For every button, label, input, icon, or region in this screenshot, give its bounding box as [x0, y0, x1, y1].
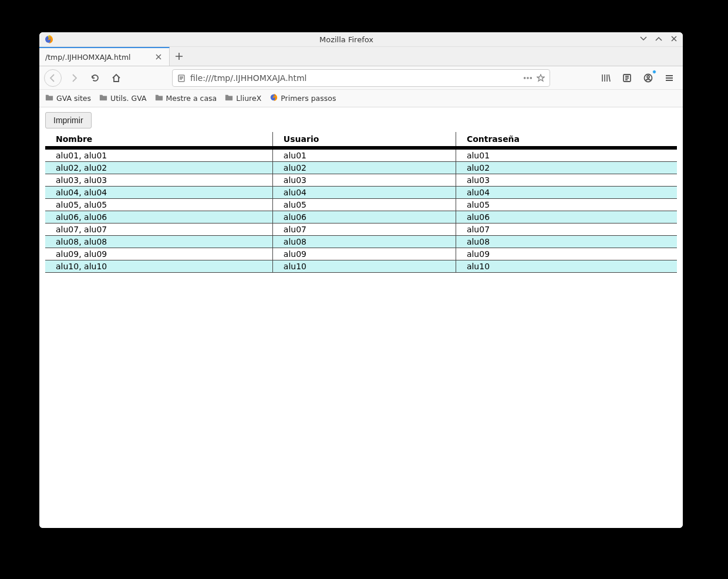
table-cell-usuario: alu03 [272, 174, 456, 187]
table-header-row: Nombre Usuario Contraseña [45, 132, 677, 148]
table-cell-usuario: alu08 [272, 236, 456, 248]
table-cell-contrasena: alu07 [456, 224, 677, 236]
column-header-nombre: Nombre [45, 132, 272, 148]
forward-button[interactable] [65, 69, 83, 87]
notification-dot-icon [652, 70, 656, 74]
users-table: Nombre Usuario Contraseña alu01, alu01al… [45, 132, 677, 273]
table-cell-nombre: alu03, alu03 [45, 174, 272, 187]
bookmark-label: Utils. GVA [110, 94, 146, 103]
reader-view-button[interactable] [618, 69, 636, 87]
table-row: alu08, alu08alu08alu08 [45, 236, 677, 248]
table-row: alu09, alu09alu09alu09 [45, 248, 677, 260]
bookmark-item[interactable]: Utils. GVA [99, 93, 146, 103]
tab-label: /tmp/.IJHHOMXAJA.html [45, 53, 154, 62]
table-row: alu02, alu02alu02alu02 [45, 162, 677, 174]
page-info-icon[interactable] [177, 74, 186, 82]
folder-icon [155, 93, 163, 103]
table-row: alu05, alu05alu05alu05 [45, 199, 677, 211]
more-actions-icon[interactable] [524, 74, 532, 82]
table-cell-nombre: alu06, alu06 [45, 211, 272, 224]
table-cell-nombre: alu02, alu02 [45, 162, 272, 174]
table-cell-nombre: alu08, alu08 [45, 236, 272, 248]
table-row: alu04, alu04alu04alu04 [45, 187, 677, 199]
new-tab-button[interactable] [170, 47, 188, 66]
back-button[interactable] [44, 69, 62, 87]
table-cell-usuario: alu07 [272, 224, 456, 236]
bookmark-label: Mestre a casa [166, 94, 217, 103]
navigation-toolbar: file:///tmp/.IJHHOMXAJA.html [39, 66, 683, 90]
bookmark-label: LliureX [236, 94, 261, 103]
table-cell-nombre: alu10, alu10 [45, 260, 272, 273]
folder-icon [45, 93, 53, 103]
tab-close-icon[interactable] [154, 52, 163, 62]
table-cell-usuario: alu10 [272, 260, 456, 273]
window-title: Mozilla Firefox [53, 35, 639, 44]
firefox-icon [269, 93, 278, 103]
bookmark-label: GVA sites [56, 94, 91, 103]
table-cell-contrasena: alu10 [456, 260, 677, 273]
table-cell-contrasena: alu05 [456, 199, 677, 211]
bookmark-item[interactable]: Primers passos [269, 93, 336, 103]
table-cell-contrasena: alu06 [456, 211, 677, 224]
table-cell-contrasena: alu04 [456, 187, 677, 199]
print-button[interactable]: Imprimir [45, 112, 92, 128]
table-cell-usuario: alu05 [272, 199, 456, 211]
table-cell-contrasena: alu08 [456, 236, 677, 248]
table-row: alu07, alu07alu07alu07 [45, 224, 677, 236]
bookmark-item[interactable]: LliureX [225, 93, 261, 103]
table-cell-contrasena: alu01 [456, 148, 677, 162]
table-cell-contrasena: alu09 [456, 248, 677, 260]
table-cell-contrasena: alu02 [456, 162, 677, 174]
table-cell-nombre: alu04, alu04 [45, 187, 272, 199]
table-cell-nombre: alu01, alu01 [45, 148, 272, 162]
close-button[interactable] [670, 35, 678, 44]
table-cell-usuario: alu02 [272, 162, 456, 174]
folder-icon [99, 93, 107, 103]
table-cell-nombre: alu05, alu05 [45, 199, 272, 211]
url-bar[interactable]: file:///tmp/.IJHHOMXAJA.html [172, 69, 550, 87]
table-cell-usuario: alu01 [272, 148, 456, 162]
column-header-usuario: Usuario [272, 132, 456, 148]
bookmarks-toolbar: GVA sitesUtils. GVAMestre a casaLliureXP… [39, 90, 683, 107]
bookmark-label: Primers passos [281, 94, 336, 103]
account-button[interactable] [639, 69, 657, 87]
svg-point-7 [647, 76, 649, 78]
titlebar: Mozilla Firefox [39, 32, 683, 47]
bookmark-item[interactable]: GVA sites [45, 93, 91, 103]
window-controls [639, 35, 678, 44]
table-cell-nombre: alu07, alu07 [45, 224, 272, 236]
browser-window: Mozilla Firefox /tmp/.IJHHOMXAJA.html [39, 32, 683, 528]
table-cell-usuario: alu06 [272, 211, 456, 224]
table-row: alu03, alu03alu03alu03 [45, 174, 677, 187]
reload-button[interactable] [86, 69, 104, 87]
table-row: alu06, alu06alu06alu06 [45, 211, 677, 224]
minimize-button[interactable] [639, 35, 648, 44]
url-text: file:///tmp/.IJHHOMXAJA.html [190, 73, 519, 83]
tabbar: /tmp/.IJHHOMXAJA.html [39, 47, 683, 66]
hamburger-menu-button[interactable] [660, 69, 678, 87]
table-row: alu01, alu01alu01alu01 [45, 148, 677, 162]
svg-point-4 [530, 77, 531, 78]
table-cell-usuario: alu09 [272, 248, 456, 260]
svg-point-3 [527, 77, 528, 78]
firefox-icon [44, 35, 53, 44]
table-row: alu10, alu10alu10alu10 [45, 260, 677, 273]
table-cell-usuario: alu04 [272, 187, 456, 199]
folder-icon [225, 93, 233, 103]
page-content: Imprimir Nombre Usuario Contraseña alu01… [39, 107, 683, 528]
bookmark-star-icon[interactable] [537, 74, 545, 82]
svg-point-2 [524, 77, 525, 78]
maximize-button[interactable] [655, 35, 663, 44]
browser-tab[interactable]: /tmp/.IJHHOMXAJA.html [39, 47, 170, 66]
bookmark-item[interactable]: Mestre a casa [155, 93, 217, 103]
table-cell-contrasena: alu03 [456, 174, 677, 187]
column-header-contrasena: Contraseña [456, 132, 677, 148]
home-button[interactable] [107, 69, 125, 87]
library-button[interactable] [597, 69, 615, 87]
table-cell-nombre: alu09, alu09 [45, 248, 272, 260]
